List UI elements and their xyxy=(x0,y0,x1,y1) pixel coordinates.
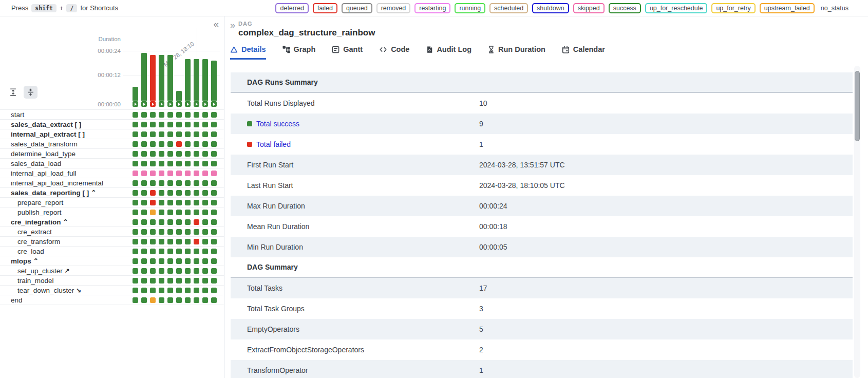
duration-bar-run-7[interactable] xyxy=(185,59,191,101)
task-instance-square-4[interactable] xyxy=(159,229,164,235)
task-instance-square-6[interactable] xyxy=(176,151,182,157)
task-instance-square-8[interactable] xyxy=(194,180,199,186)
task-instance-square-8[interactable] xyxy=(194,249,199,254)
task-instance-square-2[interactable] xyxy=(141,219,147,225)
task-instance-square-4[interactable] xyxy=(159,258,164,264)
task-label[interactable]: publish_report xyxy=(0,209,62,216)
task-label[interactable]: mlops xyxy=(0,257,31,265)
task-instance-square-10[interactable] xyxy=(211,141,217,147)
task-instance-square-9[interactable] xyxy=(202,278,208,284)
task-instance-square-3[interactable] xyxy=(150,239,156,244)
task-instance-square-9[interactable] xyxy=(202,151,208,157)
task-instance-square-10[interactable] xyxy=(211,200,217,205)
duration-bar-run-2[interactable] xyxy=(141,53,147,101)
task-label[interactable]: end xyxy=(0,296,23,304)
task-instance-square-4[interactable] xyxy=(159,297,164,303)
task-instance-square-4[interactable] xyxy=(159,141,164,147)
task-instance-square-7[interactable] xyxy=(185,122,191,127)
duration-bar-run-9[interactable] xyxy=(202,59,208,101)
task-instance-square-4[interactable] xyxy=(159,190,164,196)
task-instance-square-10[interactable] xyxy=(211,219,217,225)
task-instance-square-6[interactable] xyxy=(176,239,182,244)
task-instance-square-8[interactable] xyxy=(194,268,199,274)
task-label[interactable]: internal_api_load_incremental xyxy=(0,179,103,187)
task-instance-square-1[interactable] xyxy=(133,180,138,186)
task-instance-square-6[interactable] xyxy=(176,229,182,235)
task-instance-square-5[interactable] xyxy=(167,112,173,118)
task-instance-square-1[interactable] xyxy=(133,131,138,137)
task-instance-square-9[interactable] xyxy=(202,141,208,147)
task-instance-square-3[interactable] xyxy=(150,171,156,176)
tab-calendar[interactable]: Calendar xyxy=(562,45,605,60)
task-instance-square-1[interactable] xyxy=(133,200,138,205)
task-label[interactable]: sales_data_reporting [ ] xyxy=(0,189,89,197)
task-instance-square-9[interactable] xyxy=(202,288,208,293)
task-instance-square-2[interactable] xyxy=(141,249,147,254)
task-instance-square-10[interactable] xyxy=(211,278,217,284)
dag-run-square-8[interactable] xyxy=(194,101,199,107)
row-label[interactable]: Total success xyxy=(231,120,479,128)
task-instance-square-6[interactable] xyxy=(176,219,182,225)
task-instance-square-2[interactable] xyxy=(141,239,147,244)
duration-bar-run-6[interactable] xyxy=(176,91,182,101)
expand-panel-icon[interactable]: » xyxy=(230,21,235,38)
dag-run-square-3[interactable] xyxy=(150,101,156,107)
task-instance-square-8[interactable] xyxy=(194,210,199,215)
task-instance-square-10[interactable] xyxy=(211,161,217,166)
tab-details[interactable]: Details xyxy=(230,45,266,60)
task-instance-square-7[interactable] xyxy=(185,288,191,293)
task-instance-square-7[interactable] xyxy=(185,190,191,196)
task-instance-square-8[interactable] xyxy=(194,278,199,284)
task-instance-square-5[interactable] xyxy=(167,288,173,293)
task-instance-square-10[interactable] xyxy=(211,112,217,118)
task-instance-square-4[interactable] xyxy=(159,151,164,157)
task-instance-square-7[interactable] xyxy=(185,151,191,157)
task-instance-square-9[interactable] xyxy=(202,249,208,254)
task-instance-square-4[interactable] xyxy=(159,180,164,186)
task-instance-square-3[interactable] xyxy=(150,268,156,274)
task-instance-square-5[interactable] xyxy=(167,258,173,264)
task-instance-square-7[interactable] xyxy=(185,180,191,186)
status-badge-success[interactable]: success xyxy=(609,3,641,13)
task-instance-square-8[interactable] xyxy=(194,219,199,225)
task-instance-square-8[interactable] xyxy=(194,288,199,293)
task-instance-square-10[interactable] xyxy=(211,171,217,176)
task-instance-square-6[interactable] xyxy=(176,122,182,127)
task-instance-square-10[interactable] xyxy=(211,258,217,264)
collapse-groups-button[interactable] xyxy=(24,86,37,99)
status-badge-up_for_retry[interactable]: up_for_retry xyxy=(711,3,755,13)
task-instance-square-1[interactable] xyxy=(133,288,138,293)
dag-run-square-4[interactable] xyxy=(159,101,164,107)
task-instance-square-7[interactable] xyxy=(185,112,191,118)
task-instance-square-1[interactable] xyxy=(133,141,138,147)
task-instance-square-7[interactable] xyxy=(185,219,191,225)
task-instance-square-2[interactable] xyxy=(141,151,147,157)
task-instance-square-8[interactable] xyxy=(194,112,199,118)
task-instance-square-5[interactable] xyxy=(167,278,173,284)
task-instance-square-4[interactable] xyxy=(159,268,164,274)
task-instance-square-4[interactable] xyxy=(159,278,164,284)
task-instance-square-1[interactable] xyxy=(133,171,138,176)
task-instance-square-5[interactable] xyxy=(167,219,173,225)
task-instance-square-4[interactable] xyxy=(159,239,164,244)
status-badge-failed[interactable]: failed xyxy=(313,3,337,13)
task-label[interactable]: sales_data_extract [ ] xyxy=(0,121,81,128)
chevron-up-icon[interactable]: ⌃ xyxy=(63,218,68,225)
task-instance-square-3[interactable] xyxy=(150,210,156,215)
task-instance-square-7[interactable] xyxy=(185,141,191,147)
status-badge-restarting[interactable]: restarting xyxy=(414,3,450,13)
task-instance-square-8[interactable] xyxy=(194,239,199,244)
task-instance-square-4[interactable] xyxy=(159,131,164,137)
task-instance-square-10[interactable] xyxy=(211,131,217,137)
task-instance-square-7[interactable] xyxy=(185,210,191,215)
dag-run-square-2[interactable] xyxy=(141,101,147,107)
task-label[interactable]: cre_integration xyxy=(0,218,61,226)
task-instance-square-10[interactable] xyxy=(211,268,217,274)
task-instance-square-2[interactable] xyxy=(141,229,147,235)
task-instance-square-7[interactable] xyxy=(185,161,191,166)
task-instance-square-9[interactable] xyxy=(202,229,208,235)
task-instance-square-4[interactable] xyxy=(159,288,164,293)
task-instance-square-6[interactable] xyxy=(176,141,182,147)
task-instance-square-1[interactable] xyxy=(133,161,138,166)
task-instance-square-8[interactable] xyxy=(194,297,199,303)
